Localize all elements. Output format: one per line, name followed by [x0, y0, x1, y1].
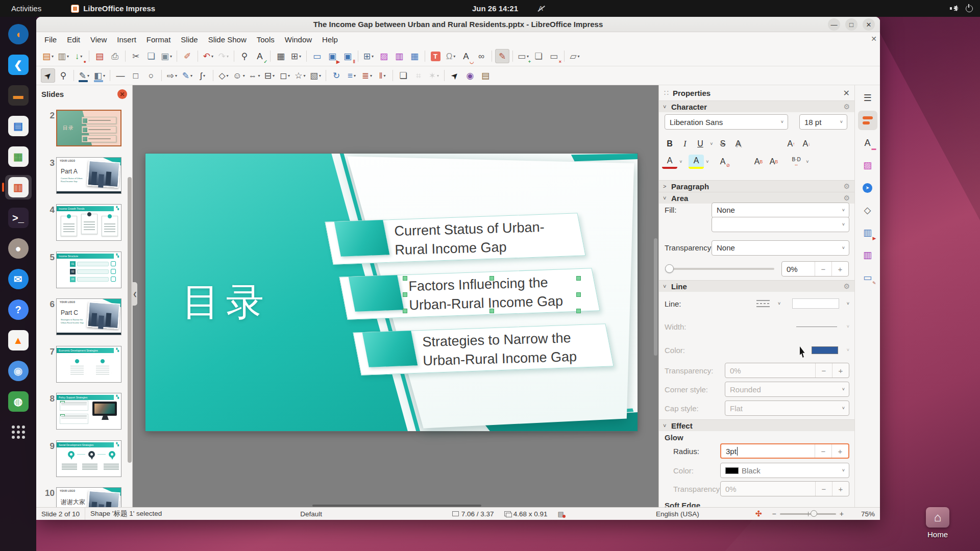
flowchart-button[interactable]: ⊟▾	[262, 68, 277, 83]
plus-button[interactable]: +	[832, 482, 849, 496]
symbol-shapes-button[interactable]: ☺▾	[232, 68, 246, 83]
glow-radius-input[interactable]: 3pt − +	[720, 443, 849, 459]
insert-line-button[interactable]: —	[113, 68, 128, 83]
master-slide-button[interactable]: ▭	[310, 49, 324, 63]
line-color-quick-swatch[interactable]	[792, 298, 839, 309]
gear-icon[interactable]: ⚙	[843, 103, 850, 111]
zoom-pan-button[interactable]: ⚲	[56, 68, 70, 83]
display-grid-button[interactable]: ▦	[274, 49, 288, 63]
tab-properties[interactable]	[858, 111, 877, 130]
select-button[interactable]: ➤	[41, 68, 55, 83]
insert-text-box-button[interactable]: T	[428, 49, 443, 63]
sidebar-grip-icon[interactable]: ∷	[664, 89, 669, 97]
slide-thumbnail-2[interactable]: 2目录	[36, 110, 132, 154]
strikethrough-button[interactable]: S	[715, 137, 730, 151]
shadow-button[interactable]: A	[730, 137, 746, 151]
highlight-color-dropdown[interactable]: ˅	[704, 155, 711, 169]
insert-image-button[interactable]: ▨	[377, 49, 391, 63]
color-dropdown[interactable]: ˅	[847, 347, 849, 353]
slide-thumbnail-7[interactable]: 7Economic Development Strategies▚	[36, 346, 132, 390]
dock-item-vlc[interactable]: ▲	[5, 328, 32, 353]
section-area[interactable]: ˅ Area ⚙	[659, 192, 855, 204]
slide-thumbnail-9[interactable]: 9Social Development Strategies▚	[36, 440, 132, 484]
zoom-in-button[interactable]: +	[840, 510, 844, 518]
plus-button[interactable]: +	[832, 363, 849, 378]
handle-middle-left[interactable]	[403, 292, 407, 297]
slide-thumbnail-5[interactable]: 5Income Structure▚010203	[36, 252, 132, 295]
close-document-button[interactable]: ✕	[871, 35, 877, 43]
start-from-first-slide-button[interactable]: ▣▶	[325, 49, 339, 63]
print-button[interactable]: ⎙	[108, 49, 122, 63]
slide-canvas[interactable]: 目录 Current Status of Urban-Rural Income …	[133, 85, 658, 507]
underline-dropdown[interactable]: ˅	[708, 137, 715, 151]
character-spacing-dropdown[interactable]: ˅	[804, 155, 811, 169]
maximize-button[interactable]: □	[845, 18, 857, 31]
gear-icon[interactable]: ⚙	[843, 182, 850, 190]
align-objects-button[interactable]: ≡▾	[345, 68, 359, 83]
tab-navigator[interactable]: ➤	[858, 178, 877, 197]
handle-top-middle[interactable]	[489, 276, 494, 281]
line-style-icon[interactable]	[756, 300, 770, 307]
handle-top-left[interactable]	[403, 276, 407, 281]
activities-button[interactable]: Activities	[0, 0, 53, 17]
slides-panel-close-icon[interactable]: ✕	[117, 89, 127, 99]
dock-item-libreoffice-calc[interactable]: ▦	[5, 144, 32, 169]
insert-table-button[interactable]: ⊞▾	[361, 49, 376, 63]
dock-item-software-center[interactable]: ◍	[5, 389, 32, 414]
basic-shapes-button[interactable]: ◇▾	[216, 68, 231, 83]
sidebar-close-icon[interactable]: ✕	[843, 88, 850, 98]
power-icon[interactable]	[966, 5, 973, 12]
block-arrows-button[interactable]: ⇔▾	[247, 68, 261, 83]
new-slide-button[interactable]: ▭+▾	[516, 49, 530, 63]
tab-shapes[interactable]: ◇	[858, 201, 877, 220]
menu-file[interactable]: File	[39, 34, 62, 45]
minus-button[interactable]: −	[815, 482, 832, 496]
menu-edit[interactable]: Edit	[62, 34, 85, 45]
stars-banners-button[interactable]: ☆▾	[293, 68, 307, 83]
tab-slide-transition[interactable]: ▥▶	[858, 223, 877, 242]
handle-bottom-right[interactable]	[576, 309, 581, 313]
dock-item-gimp[interactable]: ●	[5, 236, 32, 261]
shadow-button[interactable]: ❏	[396, 68, 410, 83]
tab-master-slides[interactable]: ▭✎	[858, 268, 877, 287]
cap-style-select[interactable]: Flat˅	[725, 400, 849, 416]
minus-button[interactable]: −	[815, 262, 831, 276]
bold-button[interactable]: B	[662, 137, 677, 151]
insert-media-button[interactable]: ▥	[392, 49, 406, 63]
section-character[interactable]: ˅ Character ⚙	[659, 101, 855, 112]
line-style-dropdown[interactable]: ˅	[778, 301, 780, 306]
canvas-vertical-scrollbar[interactable]	[654, 238, 657, 356]
zoom-level-field[interactable]: 75%	[856, 508, 880, 520]
show-draw-functions-button[interactable]: ✎	[495, 49, 509, 63]
spelling-button[interactable]: A✓	[253, 49, 267, 63]
title-bar[interactable]: The Income Gap between Urban and Rural R…	[36, 17, 880, 32]
copy-button[interactable]: ❏	[144, 49, 158, 63]
increase-font-button[interactable]: A↑	[783, 137, 799, 151]
hide-panel-arrow[interactable]: ❮	[133, 282, 137, 306]
slide-thumbnail-10[interactable]: 10YOUR LOGO谢谢大家	[36, 487, 132, 507]
decrease-font-button[interactable]: A↓	[799, 137, 814, 151]
minus-button[interactable]: −	[815, 363, 832, 378]
menu-window[interactable]: Window	[280, 34, 317, 45]
section-effect[interactable]: ˅ Effect	[659, 419, 855, 431]
slide-title-text[interactable]: 目录	[182, 277, 270, 328]
curves-and-polygons-button[interactable]: ✎▾	[180, 68, 194, 83]
section-paragraph[interactable]: ˃ Paragraph ⚙	[659, 180, 855, 192]
menu-tools[interactable]: Tools	[252, 34, 280, 45]
current-slide[interactable]: 目录 Current Status of Urban-Rural Income …	[145, 154, 638, 431]
slide-layout-button[interactable]: ▱▾	[568, 49, 582, 63]
dock-item-libreoffice-writer[interactable]: ▤	[5, 114, 32, 138]
dock-item-chromium[interactable]: ◉	[5, 359, 32, 383]
font-color-dropdown[interactable]: ˅	[677, 155, 684, 169]
save-button[interactable]: ↓●▾	[71, 49, 86, 63]
menu-format[interactable]: Format	[141, 34, 176, 45]
input-method-icon[interactable]: A	[538, 5, 543, 12]
image-filter-button[interactable]: ✶▾	[427, 68, 441, 83]
fill-type-select[interactable]: None˅	[712, 203, 849, 218]
sidebar-menu[interactable]: ☰	[858, 88, 877, 108]
menu-slide[interactable]: Slide	[176, 34, 203, 45]
slide-thumbnail-8[interactable]: 8Policy Support Strategies▚	[36, 393, 132, 437]
toc-item-3[interactable]: Strategies to Narrow theUrban-Rural Inco…	[356, 328, 610, 371]
distribute-button[interactable]: ‖▾	[375, 68, 389, 83]
tab-styles[interactable]: A▬	[858, 133, 877, 153]
